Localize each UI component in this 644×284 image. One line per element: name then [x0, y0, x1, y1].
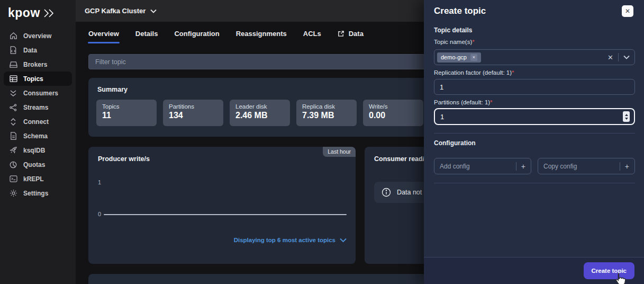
broker-drawer-icon [9, 60, 17, 69]
tab-details[interactable]: Details [135, 30, 158, 43]
label-text: Topic name(s) [434, 39, 472, 45]
replication-factor-input[interactable] [434, 79, 635, 95]
tab-label: Details [135, 30, 158, 38]
number-stepper[interactable] [623, 111, 630, 122]
displaying-top-topics-link[interactable]: Displaying top 6 most active topics [234, 237, 347, 243]
sidebar-item-label: Consumers [23, 90, 58, 97]
chevron-down-icon [150, 9, 157, 13]
tab-label: ACLs [303, 30, 321, 38]
sidebar-item-topics[interactable]: Topics [4, 72, 72, 86]
sidebar-item-streams[interactable]: Streams [4, 100, 72, 114]
chart-zero-line [104, 214, 347, 215]
card-value: 2.46 MB [235, 111, 284, 120]
panel-footer: Create topic [424, 257, 644, 284]
sidebar-item-label: kREPL [23, 175, 44, 183]
close-icon[interactable]: ✕ [622, 5, 633, 17]
card-value: 134 [169, 111, 217, 120]
sidebar-item-krepl[interactable]: kREPL [4, 172, 72, 186]
document-icon [9, 132, 17, 140]
topic-tabs: Overview Details Configuration Reassignm… [88, 30, 364, 43]
share-nodes-icon [9, 103, 17, 112]
tab-label: Configuration [174, 30, 219, 38]
close-glyph: ✕ [625, 7, 630, 15]
tab-label: Data [349, 30, 364, 38]
input-divider [620, 162, 620, 171]
add-config-select[interactable]: Add config + [434, 158, 531, 174]
chevron-down-icon[interactable] [623, 55, 630, 59]
producer-write-chart-panel: Producer write/s Last hour 1 0 Displayin… [88, 147, 356, 264]
card-value: 7.39 MB [302, 111, 351, 120]
input-divider [618, 53, 619, 61]
sidebar-item-label: Settings [23, 190, 48, 197]
pie-chart-icon [9, 161, 17, 169]
gear-icon [9, 189, 17, 198]
terminal-icon [9, 175, 17, 183]
tab-acls[interactable]: ACLs [303, 30, 321, 43]
tab-label: Reassignments [236, 30, 287, 38]
time-range-badge: Last hour [323, 147, 356, 157]
sidebar-item-quotas[interactable]: Quotas [4, 157, 72, 172]
tab-data[interactable]: Data [338, 30, 364, 43]
label-text: Partitions (default: 1) [434, 99, 490, 105]
cluster-selector[interactable]: GCP Kafka Cluster [85, 7, 157, 15]
plus-icon[interactable]: + [625, 162, 629, 171]
card-label: Topics [102, 103, 151, 110]
sidebar-item-label: Schema [23, 132, 48, 140]
summary-card-topics: Topics 11 [96, 100, 157, 126]
tab-label: Overview [88, 30, 119, 38]
copy-config-select[interactable]: Copy config + [538, 158, 635, 174]
panel-title: Create topic [434, 6, 486, 16]
topic-names-multiselect[interactable]: demo-gcp × ✕ [434, 49, 635, 65]
sort-carets-icon [9, 118, 17, 126]
topic-chip-demo-gcp: demo-gcp × [437, 52, 481, 63]
sidebar-item-connect[interactable]: Connect [4, 114, 72, 129]
cluster-name: GCP Kafka Cluster [85, 7, 146, 15]
y-axis-tick-1: 1 [98, 179, 101, 185]
chevron-down-icon [340, 238, 347, 243]
clear-selection-icon[interactable]: ✕ [607, 54, 613, 61]
sidebar-item-label: Connect [23, 118, 49, 126]
sidebar-item-brokers[interactable]: Brokers [4, 57, 72, 72]
stepper-up-icon[interactable] [625, 114, 628, 116]
sidebar-item-schema[interactable]: Schema [4, 129, 72, 143]
sidebar-item-label: Brokers [23, 61, 47, 68]
tab-overview[interactable]: Overview [88, 30, 119, 43]
sidebar: kpow Overview Data Brokers Topics Consum… [0, 0, 76, 284]
required-asterisk: * [472, 39, 474, 45]
stepper-down-icon[interactable] [625, 118, 628, 120]
partitions-label: Partitions (default: 1)* [434, 99, 493, 105]
sidebar-item-ksqldb[interactable]: ksqlDB [4, 143, 72, 157]
topic-names-label: Topic name(s)* [434, 39, 475, 45]
divider [434, 133, 635, 134]
kpow-logo: kpow [0, 0, 76, 26]
data-file-icon [9, 46, 17, 55]
input-divider [516, 162, 516, 171]
section-topic-details: Topic details [434, 26, 472, 34]
create-topic-button[interactable]: Create topic [584, 262, 634, 279]
sidebar-item-data[interactable]: Data [4, 43, 72, 57]
info-icon [382, 188, 391, 197]
card-label: Leader disk [235, 103, 284, 110]
external-link-icon [338, 30, 344, 37]
partitions-input[interactable] [434, 108, 635, 125]
section-configuration: Configuration [434, 139, 476, 147]
replication-factor-label: Replication factor (default: 1)* [434, 69, 514, 76]
tab-reassignments[interactable]: Reassignments [236, 30, 287, 43]
table-icon [9, 75, 17, 83]
plus-icon[interactable]: + [521, 162, 525, 171]
chart-link-label: Displaying top 6 most active topics [234, 237, 335, 243]
sidebar-item-consumers[interactable]: Consumers [4, 86, 72, 100]
y-axis-tick-0: 0 [98, 211, 101, 217]
card-label: Partitions [169, 103, 217, 110]
sidebar-item-overview[interactable]: Overview [4, 29, 72, 43]
card-label: Replica disk [302, 103, 351, 110]
sidebar-item-label: ksqlDB [23, 147, 45, 154]
chip-label: demo-gcp [441, 54, 467, 60]
select-placeholder: Copy config [543, 163, 577, 170]
sidebar-nav: Overview Data Brokers Topics Consumers S… [0, 26, 76, 202]
double-chevron-down-icon [9, 89, 17, 97]
tab-configuration[interactable]: Configuration [174, 30, 219, 43]
sidebar-item-settings[interactable]: Settings [4, 186, 72, 200]
producer-chart-title: Producer write/s [88, 147, 356, 163]
chip-remove-icon[interactable]: × [470, 54, 477, 61]
